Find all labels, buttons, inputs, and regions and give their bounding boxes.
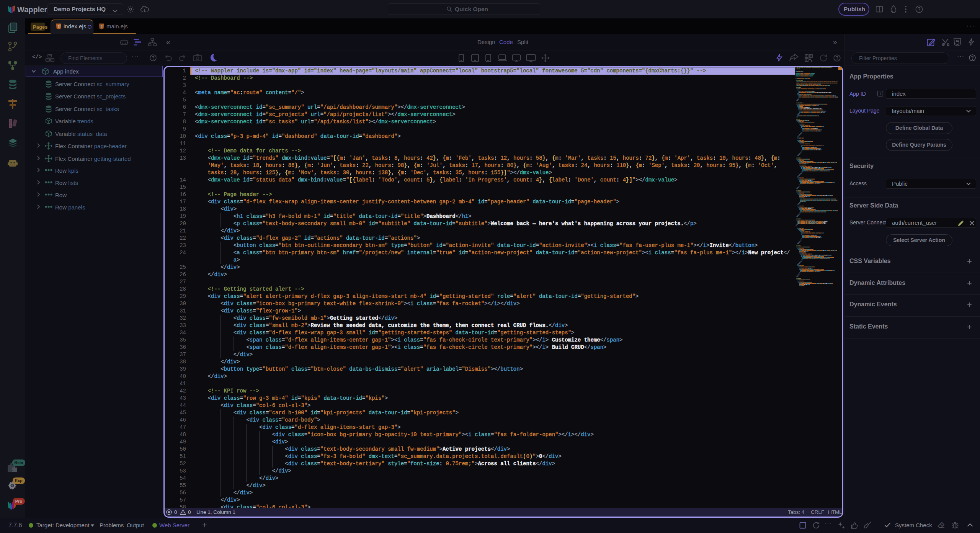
svg-text:5: 5 [100, 25, 102, 28]
svg-text:5: 5 [57, 25, 59, 28]
